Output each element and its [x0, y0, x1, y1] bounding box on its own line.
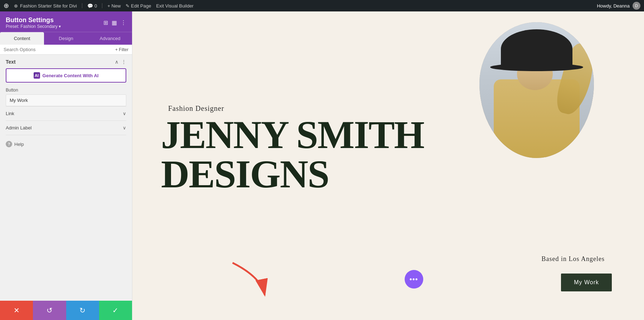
wordpress-logo-icon[interactable]: ⊕: [4, 2, 9, 10]
new-content-button[interactable]: + New: [107, 3, 121, 9]
text-section-header: Text ∧ ⋮: [6, 59, 126, 65]
filter-button[interactable]: + Filter: [115, 47, 128, 52]
hero-cta-button[interactable]: My Work: [561, 274, 612, 291]
redo-button[interactable]: ↻: [66, 301, 99, 320]
tab-content[interactable]: Content: [0, 32, 44, 45]
wordpress-ring-icon: ⊕: [14, 3, 18, 9]
responsive-preview-icon[interactable]: ⊞: [103, 19, 108, 26]
link-section-row[interactable]: Link ∨: [6, 106, 126, 120]
settings-panel: Button Settings Preset: Fashion Secondar…: [0, 11, 132, 320]
howdy-label: Howdy, Deanna: [597, 3, 630, 9]
help-row[interactable]: ? Help: [6, 135, 126, 153]
link-chevron-icon: ∨: [123, 111, 126, 116]
site-name[interactable]: ⊕ Fashion Starter Site for Divi: [14, 3, 77, 9]
edit-page-button[interactable]: ✎ Edit Page: [126, 3, 151, 9]
user-avatar[interactable]: D: [633, 2, 640, 10]
hero-location: Based in Los Angeles: [542, 255, 605, 263]
save-button[interactable]: ✓: [99, 301, 132, 320]
hero-section: Fashion Designer JENNY SMITH DESIGNS Bas…: [132, 11, 644, 320]
link-label: Link: [6, 111, 14, 116]
portrait-container: [472, 22, 601, 172]
panel-tabs: Content Design Advanced: [0, 32, 132, 45]
search-input[interactable]: [4, 47, 113, 52]
text-section-collapse-icon[interactable]: ∧: [115, 59, 118, 65]
canvas-area: Fashion Designer JENNY SMITH DESIGNS Bas…: [132, 11, 644, 320]
cancel-button[interactable]: ✕: [0, 301, 33, 320]
top-navigation-bar: ⊕ ⊕ Fashion Starter Site for Divi 💬 0 + …: [0, 0, 644, 11]
dots-menu-button[interactable]: •••: [405, 270, 423, 289]
hero-subtitle: Fashion Designer: [168, 104, 224, 113]
admin-label: Admin Label: [6, 125, 31, 131]
button-field-label: Button: [6, 88, 126, 93]
comment-icon: 💬: [87, 3, 93, 9]
button-field-group: Button: [6, 88, 126, 106]
hero-title: JENNY SMITH DESIGNS: [161, 115, 424, 194]
text-section-title: Text: [6, 59, 16, 65]
arrow-annotation: [204, 256, 275, 302]
portrait-oval: [479, 22, 594, 158]
tab-design[interactable]: Design: [44, 32, 88, 45]
more-options-icon[interactable]: ⋮: [121, 19, 126, 26]
main-layout: Button Settings Preset: Fashion Secondar…: [0, 11, 644, 320]
bottom-action-bar: ✕ ↺ ↻ ✓: [0, 301, 132, 320]
panel-title: Button Settings: [6, 16, 103, 24]
panel-content: Text ∧ ⋮ AI Generate Content With AI But…: [0, 55, 132, 301]
button-text-input[interactable]: [6, 94, 126, 106]
panel-header: Button Settings Preset: Fashion Secondar…: [0, 11, 132, 32]
admin-chevron-icon: ∨: [123, 125, 126, 131]
help-icon: ?: [6, 141, 12, 147]
exit-visual-builder-button[interactable]: Exit Visual Builder: [156, 3, 194, 9]
panel-preset[interactable]: Preset: Fashion Secondary ▾: [6, 24, 103, 29]
undo-button[interactable]: ↺: [33, 301, 66, 320]
ai-icon: AI: [34, 72, 40, 79]
admin-label-section-row[interactable]: Admin Label ∨: [6, 120, 126, 135]
text-section-more-icon[interactable]: ⋮: [121, 59, 126, 65]
search-bar: + Filter: [0, 45, 132, 55]
generate-ai-button[interactable]: AI Generate Content With AI: [6, 68, 126, 83]
tab-advanced[interactable]: Advanced: [88, 32, 132, 45]
help-label: Help: [14, 142, 24, 147]
comment-button[interactable]: 💬 0: [87, 3, 97, 9]
layout-icon[interactable]: ▦: [112, 19, 117, 26]
